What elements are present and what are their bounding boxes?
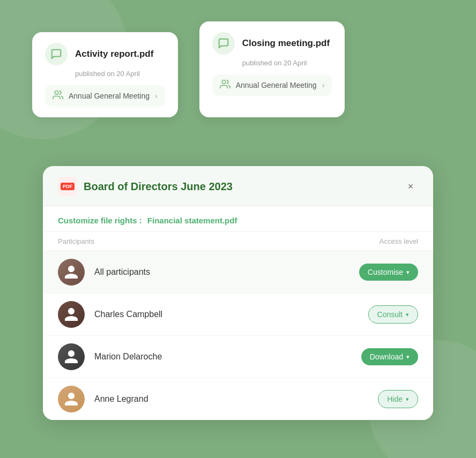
file-card-2-header: Closing meeting.pdf — [212, 32, 332, 55]
file-icon-2 — [212, 32, 235, 55]
file-card-2: Closing meeting.pdf published on 20 Apri… — [199, 21, 345, 117]
modal: PDF Board of Directors June 2023 × Custo… — [43, 166, 433, 420]
top-cards: Activity report.pdf published on 20 Apri… — [32, 32, 345, 117]
access-badge-1[interactable]: Consult ▾ — [368, 305, 418, 324]
participant-name-0: All participants — [94, 267, 359, 277]
file-card-1-date: published on 20 April — [75, 70, 165, 78]
chevron-right-icon-1: › — [155, 92, 158, 100]
file-card-1: Activity report.pdf published on 20 Apri… — [32, 32, 178, 117]
customize-header: Customize file rights : Financial statem… — [43, 206, 433, 232]
file-icon-1 — [45, 43, 68, 65]
pdf-badge: PDF — [61, 183, 75, 190]
avatar-anne-legrand — [58, 386, 85, 412]
modal-close-button[interactable]: × — [403, 179, 418, 194]
file-card-2-tag-label: Annual General Meeting — [236, 81, 317, 89]
file-card-1-header: Activity report.pdf — [45, 43, 165, 65]
chevron-down-icon-3: ▾ — [406, 396, 409, 403]
file-card-1-name: Activity report.pdf — [75, 49, 153, 59]
customize-label: Customize file rights : — [58, 216, 142, 225]
file-card-1-tag-label: Annual General Meeting — [69, 92, 150, 100]
col-access: Access level — [380, 237, 418, 245]
pdf-icon-wrap: PDF — [58, 177, 77, 196]
participant-name-2: Marion Delaroche — [94, 352, 361, 362]
participant-name-1: Charles Campbell — [94, 310, 368, 319]
table-header: Participants Access level — [43, 232, 433, 251]
file-card-2-name: Closing meeting.pdf — [242, 38, 330, 49]
table-row: Charles Campbell Consult ▾ — [43, 294, 433, 336]
avatar-all-participants — [58, 259, 85, 286]
chevron-down-icon-2: ▾ — [406, 354, 410, 361]
chevron-down-icon-1: ▾ — [406, 311, 409, 318]
modal-title: Board of Directors June 2023 — [84, 181, 397, 193]
file-link[interactable]: Financial statement.pdf — [147, 216, 237, 225]
avatar-charles-campbell — [58, 301, 85, 328]
participant-name-3: Anne Legrand — [94, 394, 378, 404]
access-label-1: Consult — [377, 310, 403, 319]
table-row: Anne Legrand Hide ▾ — [43, 378, 433, 420]
meeting-icon-1 — [53, 89, 63, 102]
access-badge-3[interactable]: Hide ▾ — [378, 390, 418, 408]
col-participants: Participants — [58, 237, 94, 245]
file-card-1-tag[interactable]: Annual General Meeting › — [45, 85, 165, 107]
svg-point-1 — [222, 80, 226, 84]
svg-point-0 — [55, 91, 58, 95]
modal-body: Customize file rights : Financial statem… — [43, 206, 433, 420]
access-badge-2[interactable]: Download ▾ — [361, 348, 418, 365]
table-row: All participants Customise ▾ — [43, 251, 433, 294]
avatar-marion-delaroche — [58, 343, 85, 370]
access-badge-0[interactable]: Customise ▾ — [359, 264, 418, 281]
access-label-2: Download — [370, 352, 403, 361]
access-label-0: Customise — [368, 268, 403, 276]
meeting-icon-2 — [220, 79, 230, 92]
chevron-down-icon-0: ▾ — [406, 269, 410, 276]
modal-header: PDF Board of Directors June 2023 × — [43, 166, 433, 206]
access-label-3: Hide — [387, 395, 403, 403]
file-card-2-tag[interactable]: Annual General Meeting › — [212, 74, 332, 96]
file-card-2-date: published on 20 April — [242, 59, 332, 67]
chevron-right-icon-2: › — [322, 81, 325, 89]
table-row: Marion Delaroche Download ▾ — [43, 336, 433, 378]
scene: Activity report.pdf published on 20 Apri… — [0, 0, 476, 458]
